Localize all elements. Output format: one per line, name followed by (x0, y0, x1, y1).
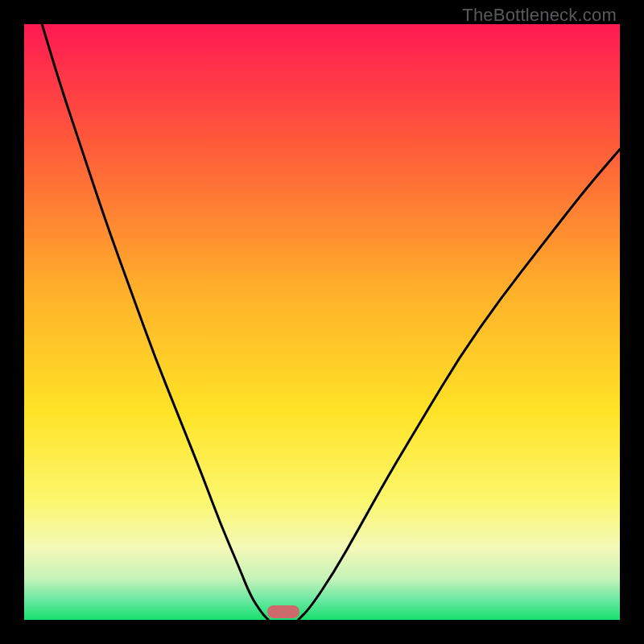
left-curve-path (42, 24, 268, 620)
right-curve-path (298, 149, 620, 620)
chart-frame: TheBottleneck.com (0, 0, 644, 644)
watermark-text: TheBottleneck.com (462, 5, 617, 26)
minimum-marker (267, 605, 300, 618)
plot-area (24, 24, 620, 620)
curve-layer (24, 24, 620, 620)
